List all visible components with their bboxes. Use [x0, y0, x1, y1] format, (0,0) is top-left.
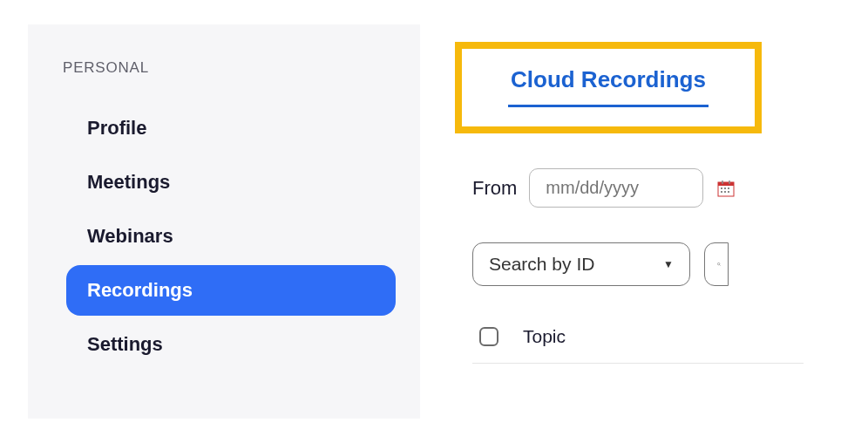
- sidebar-item-meetings[interactable]: Meetings: [66, 157, 396, 208]
- sidebar-item-label: Webinars: [87, 225, 173, 247]
- svg-line-11: [720, 265, 721, 266]
- sidebar-item-label: Meetings: [87, 171, 170, 193]
- main-content: Cloud Recordings From: [420, 24, 868, 419]
- tab-cloud-recordings[interactable]: Cloud Recordings: [511, 66, 706, 107]
- tab-highlight: Cloud Recordings: [455, 42, 762, 133]
- svg-rect-4: [721, 187, 722, 189]
- svg-rect-1: [718, 182, 734, 186]
- date-from-input[interactable]: [529, 168, 703, 208]
- filter-row: From: [472, 168, 868, 208]
- svg-point-10: [717, 262, 719, 264]
- sidebar: PERSONAL Profile Meetings Webinars Recor…: [28, 24, 420, 419]
- column-header-topic: Topic: [523, 326, 566, 347]
- dropdown-selected: Search by ID: [489, 254, 594, 275]
- from-label: From: [472, 177, 517, 200]
- sidebar-item-profile[interactable]: Profile: [66, 103, 396, 153]
- svg-rect-5: [724, 187, 726, 189]
- sidebar-section-label: PERSONAL: [63, 59, 396, 77]
- search-button-partial[interactable]: [704, 242, 729, 286]
- calendar-icon[interactable]: [715, 178, 736, 199]
- sidebar-item-recordings[interactable]: Recordings: [66, 265, 396, 316]
- svg-rect-9: [728, 191, 729, 193]
- tab-label: Cloud Recordings: [511, 66, 706, 92]
- svg-rect-6: [728, 187, 729, 189]
- sidebar-item-label: Profile: [87, 117, 146, 139]
- dropdown-row: Search by ID ▼: [472, 242, 868, 286]
- sidebar-item-webinars[interactable]: Webinars: [66, 211, 396, 262]
- sidebar-item-settings[interactable]: Settings: [66, 319, 396, 370]
- svg-rect-8: [724, 191, 726, 193]
- search-by-dropdown[interactable]: Search by ID ▼: [472, 242, 690, 286]
- search-icon: [717, 256, 721, 272]
- svg-rect-7: [721, 191, 722, 193]
- select-all-checkbox[interactable]: [479, 327, 498, 346]
- table-header-row: Topic: [472, 326, 804, 364]
- sidebar-item-label: Recordings: [87, 279, 193, 301]
- chevron-down-icon: ▼: [663, 258, 674, 270]
- sidebar-item-label: Settings: [87, 333, 163, 355]
- tab-underline: [508, 105, 709, 107]
